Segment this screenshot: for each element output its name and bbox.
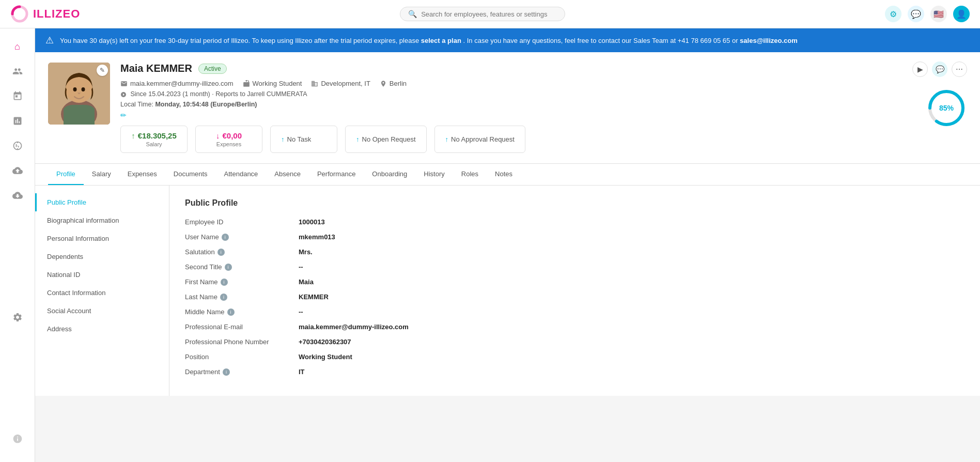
employee-department: Development, IT: [311, 80, 370, 87]
top-nav: ILLIZEO 🔍 ⚙ 💬 🇺🇸 👤: [0, 0, 980, 28]
form-value: IT: [299, 368, 305, 376]
left-menu-item-personal[interactable]: Personal Information: [35, 229, 169, 248]
notification-icon[interactable]: 💬: [908, 6, 924, 22]
info-icon[interactable]: i: [221, 279, 228, 286]
tab-expenses[interactable]: Expenses: [119, 164, 165, 185]
since-row: Since 15.04.2023 (1 month) · Reports to …: [120, 90, 967, 98]
search-bar: 🔍: [80, 7, 885, 21]
avatar-edit-button[interactable]: ✎: [97, 65, 108, 76]
logo-icon: [10, 5, 29, 23]
profile-completion-circle: 85%: [926, 87, 967, 129]
form-value: --: [299, 263, 303, 271]
expenses-value: ↓ €0,00: [216, 131, 242, 140]
left-menu-item-biographical[interactable]: Biographical information: [35, 211, 169, 229]
form-label: First Namei: [185, 278, 299, 286]
tab-performance[interactable]: Performance: [309, 164, 364, 185]
card-actions: ▶ 💬 ⋯: [912, 61, 967, 77]
form-value: KEMMER: [299, 293, 329, 301]
logo: ILLIZEO: [10, 5, 80, 23]
form-row: SalutationiMrs.: [185, 248, 965, 256]
search-input[interactable]: [421, 10, 557, 18]
form-value: +7030420362307: [299, 338, 351, 346]
form-label: User Namei: [185, 233, 299, 241]
tab-attendance[interactable]: Attendance: [216, 164, 267, 185]
open-request-button[interactable]: ↑ No Open Request: [345, 126, 427, 153]
info-icon[interactable]: i: [225, 264, 232, 271]
salary-metric: ↑ €18.305,25 Salary: [120, 126, 188, 153]
info-icon[interactable]: i: [223, 368, 230, 376]
form-row: PositionWorking Student: [185, 353, 965, 361]
employee-role: Working Student: [243, 80, 302, 87]
tab-history[interactable]: History: [415, 164, 453, 185]
nav-icons: ⚙ 💬 🇺🇸 👤: [885, 6, 970, 22]
employee-email: maia.kemmer@dummy-illizeo.com: [120, 80, 234, 87]
sidebar-item-settings[interactable]: [7, 307, 28, 328]
task-button[interactable]: ↑ No Task: [270, 126, 337, 153]
info-icon[interactable]: i: [222, 234, 229, 241]
open-request-arrow-icon: ↑: [356, 135, 360, 143]
svg-point-3: [73, 87, 77, 91]
left-menu-item-address[interactable]: Address: [35, 320, 169, 338]
sidebar: ⌂: [0, 28, 35, 396]
sidebar-item-calendar[interactable]: [7, 86, 28, 106]
expand-button[interactable]: ▶: [912, 61, 928, 77]
form-label: Professional Phone Number: [185, 338, 299, 346]
progress-circle-wrap: 85%: [926, 87, 967, 129]
user-avatar-icon[interactable]: 👤: [953, 6, 970, 22]
sidebar-item-people[interactable]: [7, 61, 28, 82]
left-menu-item-dependents[interactable]: Dependents: [35, 248, 169, 266]
sidebar-item-home[interactable]: ⌂: [7, 36, 28, 57]
tab-salary[interactable]: Salary: [84, 164, 119, 185]
search-icon: 🔍: [408, 10, 417, 18]
employee-name: Maia KEMMER: [120, 63, 192, 74]
tab-documents[interactable]: Documents: [165, 164, 216, 185]
tab-absence[interactable]: Absence: [266, 164, 309, 185]
left-menu-item-contact[interactable]: Contact Information: [35, 284, 169, 302]
info-icon[interactable]: i: [227, 309, 235, 316]
approval-arrow-icon: ↑: [445, 135, 449, 143]
employee-info: Maia KEMMER Active maia.kemmer@dummy-ill…: [120, 63, 967, 153]
tab-roles[interactable]: Roles: [453, 164, 487, 185]
left-menu-item-public-profile[interactable]: Public Profile: [35, 193, 169, 211]
sidebar-item-upload[interactable]: [7, 160, 28, 181]
salary-value: ↑ €18.305,25: [131, 131, 177, 140]
sidebar-item-download[interactable]: [7, 185, 28, 206]
left-menu-item-national-id[interactable]: National ID: [35, 266, 169, 284]
search-input-wrap[interactable]: 🔍: [400, 7, 565, 21]
translation-icon[interactable]: ⚙: [885, 6, 901, 22]
public-profile-fields: Employee ID1000013User Nameimkemm013Salu…: [185, 218, 965, 376]
banner-bold-text: select a plan: [421, 37, 461, 44]
main-content: ⚠ You have 30 day(s) left on your free 3…: [35, 28, 980, 396]
form-value: --: [299, 308, 303, 316]
flag-icon[interactable]: 🇺🇸: [930, 6, 947, 22]
profile-content: Public Profile Biographical information …: [35, 186, 980, 396]
form-label: Employee ID: [185, 218, 299, 226]
expenses-metric: ↓ €0,00 Expenses: [195, 126, 262, 153]
left-menu-item-social[interactable]: Social Account: [35, 302, 169, 320]
info-icon[interactable]: i: [217, 249, 225, 256]
tab-notes[interactable]: Notes: [487, 164, 521, 185]
info-icon[interactable]: i: [220, 294, 227, 301]
form-row: Middle Namei--: [185, 308, 965, 316]
salary-label: Salary: [146, 141, 162, 147]
sidebar-item-chart[interactable]: [7, 111, 28, 131]
right-content: Public Profile Employee ID1000013User Na…: [169, 186, 980, 396]
approval-request-button[interactable]: ↑ No Approval Request: [434, 126, 525, 153]
tab-profile[interactable]: Profile: [48, 164, 84, 185]
more-options-button[interactable]: ⋯: [952, 61, 967, 77]
left-menu: Public Profile Biographical information …: [35, 186, 169, 396]
form-value: mkemm013: [299, 233, 335, 241]
form-row: First NameiMaia: [185, 278, 965, 286]
tabs: Profile Salary Expenses Documents Attend…: [35, 164, 980, 186]
sidebar-item-money[interactable]: [7, 135, 28, 156]
edit-pencil[interactable]: ✏: [120, 111, 967, 119]
tab-onboarding[interactable]: Onboarding: [364, 164, 415, 185]
message-button[interactable]: 💬: [932, 61, 947, 77]
salary-arrow-icon: ↑: [131, 131, 135, 140]
form-value: Mrs.: [299, 248, 313, 256]
form-value: 1000013: [299, 218, 325, 226]
form-row: Second Titlei--: [185, 263, 965, 271]
banner-warning-icon: ⚠: [45, 35, 54, 46]
section-title: Public Profile: [185, 198, 965, 208]
progress-text: 85%: [939, 104, 954, 112]
